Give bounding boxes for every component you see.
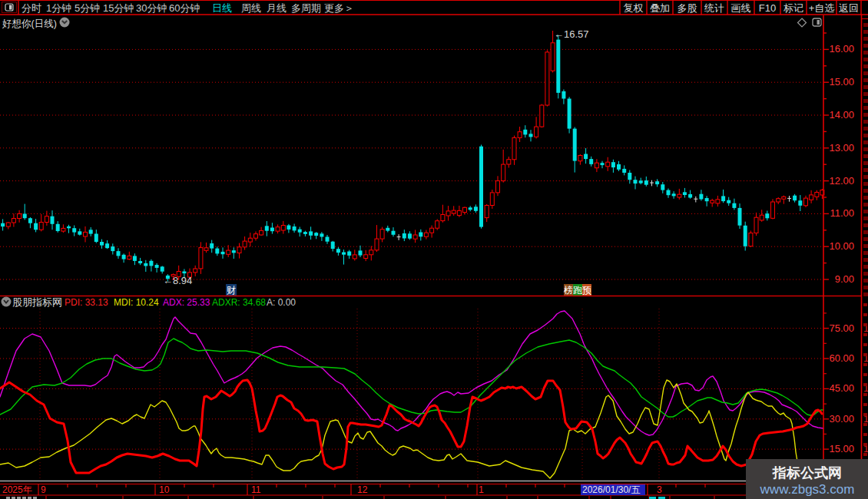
svg-text:股朋指标网: 股朋指标网 [12, 296, 62, 308]
svg-text:2026/01/30/五: 2026/01/30/五 [582, 484, 640, 495]
svg-text:30分钟: 30分钟 [136, 2, 167, 14]
svg-text:10.00: 10.00 [829, 240, 854, 252]
svg-text:60分钟: 60分钟 [169, 2, 200, 14]
svg-text:1: 1 [479, 484, 484, 495]
svg-text:2025年: 2025年 [2, 484, 32, 495]
svg-text:复权: 复权 [624, 2, 644, 14]
svg-text:MDI: 10.24: MDI: 10.24 [114, 297, 159, 308]
svg-text:←8.94: ←8.94 [163, 275, 192, 286]
svg-text:月线: 月线 [267, 2, 287, 14]
svg-text:45.00: 45.00 [829, 382, 854, 394]
svg-text:12.00: 12.00 [829, 175, 854, 187]
svg-text:财: 财 [227, 285, 236, 296]
svg-text:9: 9 [41, 484, 46, 495]
svg-text:周线: 周线 [241, 2, 261, 14]
svg-text:15.00: 15.00 [829, 443, 854, 454]
svg-text:15.00: 15.00 [829, 76, 854, 88]
svg-text:+自选: +自选 [809, 2, 835, 14]
svg-text:13.00: 13.00 [829, 142, 854, 154]
svg-text:返回: 返回 [839, 2, 859, 14]
svg-text:9.00: 9.00 [835, 273, 854, 285]
svg-text:5分钟: 5分钟 [75, 2, 100, 14]
svg-text:60.00: 60.00 [829, 352, 854, 364]
svg-text:统计: 统计 [704, 2, 724, 14]
svg-text:16.00: 16.00 [829, 43, 854, 55]
svg-text:日线: 日线 [212, 2, 232, 14]
svg-text:ADXR: 34.68: ADXR: 34.68 [212, 297, 266, 308]
svg-text:F10: F10 [759, 2, 776, 14]
svg-text:叠加: 叠加 [650, 2, 670, 14]
svg-text:标记: 标记 [784, 2, 803, 14]
svg-text:←16.57: ←16.57 [554, 28, 589, 40]
svg-text:指标公式网: 指标公式网 [772, 465, 842, 481]
svg-text:A: 0.00: A: 0.00 [267, 297, 296, 308]
svg-text:11: 11 [251, 484, 261, 495]
svg-text:多周期: 多周期 [291, 2, 321, 14]
svg-text:10: 10 [159, 484, 170, 495]
svg-text:14.00: 14.00 [829, 109, 854, 121]
svg-text:www.zbgs3.com: www.zbgs3.com [760, 482, 855, 497]
svg-text:3: 3 [657, 484, 662, 495]
svg-text:更多＞: 更多＞ [324, 2, 354, 14]
svg-text:多股: 多股 [678, 2, 697, 14]
svg-text:ADX: 25.33: ADX: 25.33 [163, 297, 210, 308]
svg-text:分时: 分时 [22, 2, 41, 14]
svg-text:12: 12 [357, 484, 368, 495]
svg-text:画线: 画线 [731, 2, 751, 14]
svg-text:榜跑预: 榜跑预 [563, 285, 591, 296]
svg-text:75.00: 75.00 [829, 322, 854, 334]
svg-text:30.00: 30.00 [829, 413, 854, 425]
svg-text:PDI: 33.13: PDI: 33.13 [65, 297, 108, 308]
svg-text:1分钟: 1分钟 [46, 2, 71, 14]
svg-text:好想你(日线): 好想你(日线) [2, 18, 57, 29]
svg-text:11.00: 11.00 [830, 207, 854, 219]
svg-text:15分钟: 15分钟 [103, 2, 134, 14]
